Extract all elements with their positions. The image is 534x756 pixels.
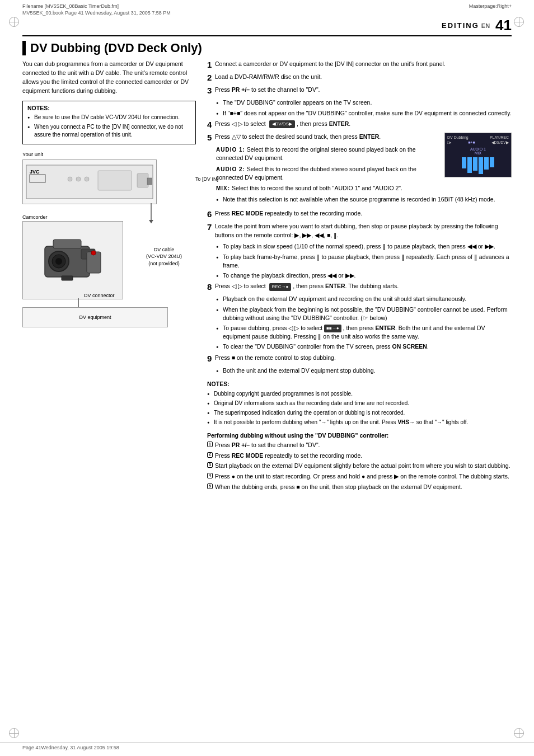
step-6-text: Press REC MODE repeatedly to set the rec… [215,209,512,218]
step-7-bullet-1: To play back in slow speed (1/10 of the … [216,242,512,251]
step-6-number: 6 [207,209,215,219]
step-3: 3 Press PR +/– to set the channel to "DV… [207,86,512,96]
bar-1 [462,157,466,168]
svg-text:JVC: JVC [30,169,40,175]
book-ref-label: MV5SEK_00.book Page 41 Wednesday, August… [22,10,171,16]
step-1-number: 1 [207,60,215,70]
step-7-bullet-2: To play back frame-by-frame, press ‖ to … [216,253,512,270]
bar-5 [484,157,489,170]
step-9-bullet-1: Both the unit and the external DV equipm… [216,367,512,375]
en-label: EN [481,22,490,29]
performing-title: Performing dubbing without using the "DV… [207,432,512,439]
step-circle-4: 4 [207,473,213,478]
step-9-text: Press ■ on the remote control to stop du… [215,354,512,363]
mix-bullet: Note that this selection is not availabl… [216,195,512,204]
step-2-number: 2 [207,73,215,83]
step-3-number: 3 [207,86,215,96]
pause-button: ■■→● [324,325,341,332]
step-4: 4 Press ◁ ▷ to select ◀DV/DS▶ , then pre… [207,120,512,130]
subtitle-bar: MV5SEK_00.book Page 41 Wednesday, August… [0,10,534,16]
screen-row-1: DV Dubbing PLAY/REC [447,135,509,139]
page-title: DV Dubbing (DVD Deck Only) [22,41,512,55]
dv-ds-button: ◀DV/DS▶ [269,120,295,128]
filename-label: Filename [MV5SEK_08Basic TimerDub.fm] [22,3,119,9]
main-content: EDITING EN 41 DV Dubbing (DVD Deck Only)… [0,17,534,505]
notes-list: Be sure to use the DV cable VC-VDV 204U … [27,114,191,139]
audio-1-text: Select this to record the original stere… [216,146,416,162]
step-8-number: 8 [207,282,215,292]
page-container: Filename [MV5SEK_08Basic TimerDub.fm] Ma… [0,0,534,756]
audio-2-label: AUDIO 2: [216,166,245,172]
top-metadata: Filename [MV5SEK_08Basic TimerDub.fm] Ma… [0,0,534,10]
step-8-bullet-3: To pause dubbing, press ◁ ▷ to select ■■… [216,324,512,341]
step-8-bullets: Playback on the external DV equipment an… [216,295,512,351]
dv-in-label: To [DV IN] [195,176,218,182]
step-5: 5 Press △▽ to select the desired sound t… [207,133,439,143]
step-4-number: 4 [207,120,215,130]
screen-bars [462,157,494,174]
bottom-notes: NOTES: Dubbing copyright guarded program… [207,381,512,426]
bar-2 [467,157,472,173]
step-8: 8 Press ◁ ▷ to select REC→● , then press… [207,282,512,292]
step-9-number: 9 [207,354,215,364]
step-7-number: 7 [207,222,215,232]
step-7-bullets: To play back in slow speed (1/10 of the … [216,242,512,280]
camcorder-svg [34,229,112,291]
step-1: 1 Connect a camcorder or DV equipment to… [207,60,512,70]
bottom-notes-title: NOTES: [207,381,512,387]
editing-header: EDITING EN 41 [22,17,512,36]
note-item: Be sure to use the DV cable VC-VDV 204U … [27,114,191,122]
rec-button: REC→● [269,283,292,291]
svg-point-5 [85,177,89,181]
camcorder-label: Camcorder [22,214,48,220]
svg-point-3 [68,177,72,181]
step-circle-2: 2 [207,452,213,458]
corner-mark-tl [9,17,20,28]
dv-equipment-box: DV equipment [22,307,168,327]
note-item: When you connect a PC to the [DV IN] con… [27,123,191,139]
step-5-area: DV Dubbing PLAY/REC □▸ ■+■ ◀DS/DV▶ AUDIO… [207,133,512,206]
step-3-text: Press PR +/– to set the channel to "DV". [215,86,512,95]
performing-step-4: 4 Press ● on the unit to start recording… [207,472,512,481]
step-7: 7 Locate the point from where you want t… [207,222,512,240]
mix-label: MIX: [216,185,230,191]
mix-bullets: Note that this selection is not availabl… [216,195,512,204]
step-5-text: Press △▽ to select the desired sound tra… [215,133,439,142]
unit-box: JVC [22,159,157,204]
svg-rect-8 [147,178,152,185]
right-column: 1 Connect a camcorder or DV equipment to… [207,60,512,493]
bar-6 [490,157,494,167]
step-7-bullet-3: To change the playback direction, press … [216,271,512,280]
mix-text: Select this to record the sound of both … [232,185,402,191]
svg-rect-19 [62,276,73,280]
performing-section: Performing dubbing without using the "DV… [207,432,512,492]
svg-rect-6 [98,171,132,190]
bottom-note-2: Original DV informations such as the rec… [207,399,512,407]
unit-inner: JVC [23,160,156,204]
step-2-text: Load a DVD-RAM/RW/R disc on the unit. [215,73,512,82]
step-8-bullet-1: Playback on the external DV equipment an… [216,295,512,303]
bottom-footer: Page 41Wednesday, 31 August 2005 19:58 [0,742,534,750]
bar-3 [473,157,477,171]
step-1-text: Connect a camcorder or DV equipment to t… [215,60,512,69]
step-5-number: 5 [207,133,215,143]
step-circle-3: 3 [207,462,213,468]
diagram-area: JVC [22,159,185,327]
performing-step-5: 5 When the dubbing ends, press ■ on the … [207,483,512,492]
step-9-bullets: Both the unit and the external DV equipm… [216,367,512,375]
step-2: 2 Load a DVD-RAM/RW/R disc on the unit. [207,73,512,83]
performing-step-2: 2 Press REC MODE repeatedly to set the r… [207,452,512,461]
mix-section: MIX: Select this to record the sound of … [216,184,512,193]
performing-steps-list: 1 Press PR +/– to set the channel to "DV… [207,441,512,492]
left-column: You can dub programmes from a camcorder … [22,60,196,493]
connection-line-top [146,203,162,223]
step-8-text: Press ◁ ▷ to select REC→● , then press E… [215,282,512,291]
screen-inner: DV Dubbing PLAY/REC □▸ ■+■ ◀DS/DV▶ AUDIO… [445,133,511,177]
footer-left: Page 41Wednesday, 31 August 2005 19:58 [22,745,119,750]
dv-equipment-label: DV equipment [79,314,111,320]
audio-1-label: AUDIO 1: [216,147,245,153]
diagram-your-unit-label: Your unit [22,151,196,157]
svg-rect-7 [137,173,148,187]
bar-4 [479,157,483,174]
performing-step-1: 1 Press PR +/– to set the channel to "DV… [207,441,512,450]
